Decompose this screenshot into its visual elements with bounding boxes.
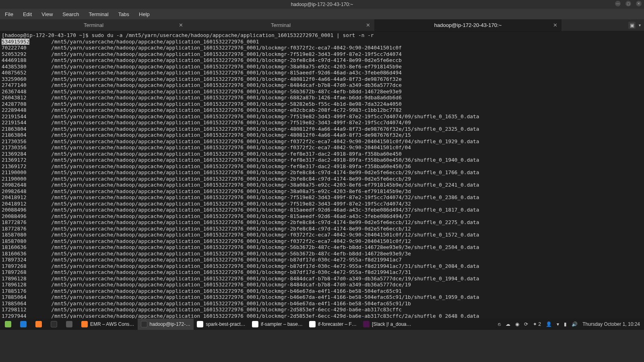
terminal-tab-1[interactable]: Terminal ✕ xyxy=(187,19,374,31)
window-title: hadoop@ip-172-20-43-170:~ xyxy=(291,2,353,7)
wifi-icon[interactable]: ▾ xyxy=(557,321,559,327)
terminal-tab-2[interactable]: hadoop@ip-172-20-43-170:~ ✕ xyxy=(374,19,561,31)
menu-view[interactable]: View xyxy=(41,11,53,17)
terminal-launcher[interactable] xyxy=(47,319,60,330)
taskbar-task[interactable]: spark-best-pract… xyxy=(194,319,249,330)
user-icon[interactable]: 👤 xyxy=(546,321,552,327)
clock[interactable]: Thursday October 1, 10:24 xyxy=(582,321,640,327)
taskbar-task[interactable]: if-forecaster – F… xyxy=(306,319,360,330)
firefox-launcher[interactable] xyxy=(32,319,45,330)
tab-label: Terminal xyxy=(271,22,291,28)
taskbar-task[interactable]: EMR – AWS Cons… xyxy=(78,319,138,330)
slack-icon xyxy=(363,321,369,327)
close-icon[interactable]: ✕ xyxy=(553,22,557,28)
window-titlebar: hadoop@ip-172-20-43-170:~ — ▢ ✕ xyxy=(0,0,644,9)
tray-icon[interactable]: ☁ xyxy=(506,321,510,327)
term-icon xyxy=(141,321,147,327)
task-label: EMR – AWS Cons… xyxy=(90,321,134,327)
tray-count[interactable]: ✦ 2 xyxy=(533,321,541,327)
task-label: [Slack |! a_doua… xyxy=(372,321,411,327)
taskbar-task[interactable]: [Slack |! a_doua… xyxy=(360,319,415,330)
files-launcher[interactable] xyxy=(63,319,76,330)
new-tab-button[interactable]: ▣ xyxy=(628,22,636,29)
chrome-icon xyxy=(197,321,203,327)
menu-search[interactable]: Search xyxy=(62,11,79,17)
menubar: File Edit View Search Terminal Tabs Help xyxy=(0,9,644,19)
task-label: hadoop@ip-172-… xyxy=(150,321,191,327)
system-tray: ⎋ ☁ ◉ ⟳ ✦ 2 👤 ▾ ▮ 🔊 Thursday October 1, … xyxy=(498,321,644,327)
menu-help[interactable]: Help xyxy=(139,11,150,17)
tab-dropdown-icon[interactable]: ▾ xyxy=(639,23,641,27)
tray-icon[interactable]: ⎋ xyxy=(498,321,501,327)
show-desktop-button[interactable] xyxy=(17,319,30,330)
task-label: if-sampler – base… xyxy=(261,321,303,327)
start-menu-button[interactable] xyxy=(2,319,14,330)
tabbar: Terminal ✕ Terminal ✕ hadoop@ip-172-20-4… xyxy=(0,19,644,31)
menu-file[interactable]: File xyxy=(5,11,13,17)
menu-edit[interactable]: Edit xyxy=(23,11,32,17)
terminal-output[interactable]: [hadoop@ip-172-20-43-170 ~]$ sudo du -a … xyxy=(0,31,644,319)
tab-label: Terminal xyxy=(84,22,103,28)
menu-tabs[interactable]: Tabs xyxy=(118,11,129,17)
task-label: spark-best-pract… xyxy=(206,321,246,327)
window-close-button[interactable]: ✕ xyxy=(636,1,642,6)
taskbar-task[interactable]: if-sampler – base… xyxy=(249,319,306,330)
ff-icon xyxy=(81,321,88,327)
taskbar-task[interactable]: hadoop@ip-172-… xyxy=(138,319,194,330)
window-maximize-button[interactable]: ▢ xyxy=(625,1,631,6)
close-icon[interactable]: ✕ xyxy=(179,22,183,28)
chrome-icon xyxy=(252,321,258,327)
updates-icon[interactable]: ⟳ xyxy=(524,321,528,327)
chrome-icon xyxy=(309,321,316,327)
close-icon[interactable]: ✕ xyxy=(366,22,370,28)
terminal-tab-0[interactable]: Terminal ✕ xyxy=(0,19,187,31)
menu-terminal[interactable]: Terminal xyxy=(89,11,109,17)
nvidia-icon[interactable]: ◉ xyxy=(515,321,519,327)
volume-icon[interactable]: 🔊 xyxy=(572,321,578,327)
tab-label: hadoop@ip-172-20-43-170:~ xyxy=(434,22,502,28)
desktop-panel: EMR – AWS Cons…hadoop@ip-172-…spark-best… xyxy=(0,319,644,330)
task-label: if-forecaster – F… xyxy=(318,321,357,327)
battery-icon[interactable]: ▮ xyxy=(564,321,567,327)
window-minimize-button[interactable]: — xyxy=(615,1,621,6)
